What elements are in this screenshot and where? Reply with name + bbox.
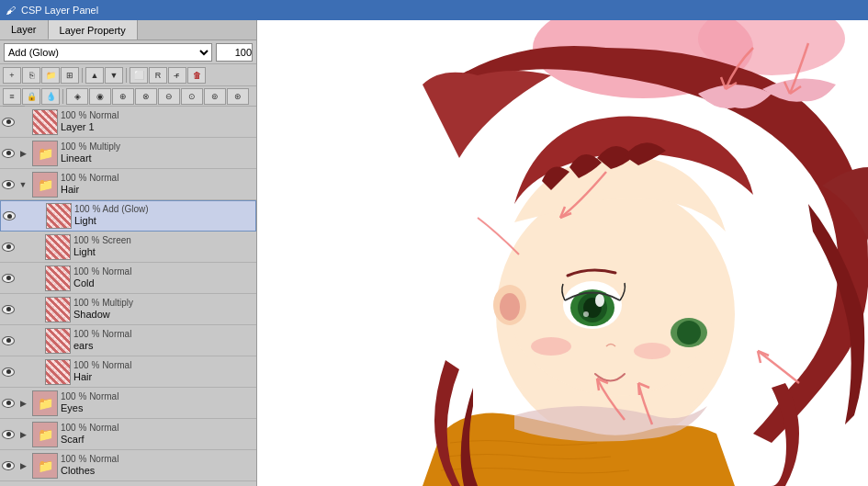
delete-btn[interactable]: 🗑 bbox=[187, 67, 206, 84]
eye-icon-lineart bbox=[2, 149, 15, 158]
btn-a4[interactable]: ◈ bbox=[66, 88, 88, 105]
paint-thumb bbox=[46, 298, 70, 322]
layer-info-shadow: 100 % Multiply Shadow bbox=[73, 298, 256, 321]
expand-toggle-hair[interactable]: ▼ bbox=[17, 180, 29, 189]
btn-a3[interactable]: 💧 bbox=[41, 88, 60, 105]
copy-layer-btn[interactable]: ⎘ bbox=[22, 67, 40, 84]
divider-1 bbox=[82, 68, 83, 83]
btn-a1[interactable]: ≡ bbox=[3, 88, 21, 105]
merge-btn[interactable]: ⊞ bbox=[61, 67, 79, 84]
visibility-toggle-cold[interactable] bbox=[0, 263, 17, 294]
blend-mode-select[interactable]: Add (Glow) bbox=[4, 43, 212, 62]
paint-thumb bbox=[46, 266, 70, 290]
eye-icon-scarf bbox=[2, 430, 15, 439]
layer-thumb-ears bbox=[45, 328, 71, 354]
btn-a11[interactable]: ⊛ bbox=[227, 88, 249, 105]
btn-a8[interactable]: ⊖ bbox=[158, 88, 180, 105]
layer-name-cold: Cold bbox=[73, 277, 256, 289]
layer-item-ears[interactable]: 100 % Normal ears bbox=[0, 325, 256, 356]
layer-thumb-hair: 📁 bbox=[32, 172, 58, 198]
svg-point-13 bbox=[677, 321, 701, 345]
visibility-toggle-shadow[interactable] bbox=[0, 294, 17, 325]
visibility-toggle-hair-base[interactable] bbox=[0, 356, 17, 388]
folder-thumb: 📁 bbox=[33, 423, 57, 446]
visibility-toggle-light-screen[interactable] bbox=[0, 232, 17, 263]
layer-thumb-cold bbox=[45, 266, 71, 291]
layer-blend-scarf: 100 % Normal bbox=[61, 423, 256, 434]
visibility-toggle-clothes[interactable] bbox=[0, 450, 17, 481]
btn-a9[interactable]: ⊙ bbox=[181, 88, 203, 105]
new-layer-btn[interactable]: + bbox=[3, 67, 21, 84]
opacity-input[interactable] bbox=[216, 43, 253, 62]
eye-icon-light-add bbox=[3, 211, 16, 220]
layer-name-hair-base: Hair bbox=[73, 371, 256, 383]
layer-item-lineart[interactable]: ▶ 📁 100 % Multiply Lineart bbox=[0, 138, 256, 169]
layer-item-cold[interactable]: 100 % Normal Cold bbox=[0, 263, 256, 294]
move-down-btn[interactable]: ▼ bbox=[105, 67, 123, 84]
layer-list: 100 % Normal Layer 1 ▶ 📁 100 % Multiply … bbox=[0, 107, 256, 486]
paint-thumb bbox=[46, 329, 70, 353]
expand-toggle-eyes[interactable]: ▶ bbox=[17, 399, 29, 408]
layer-info-light-screen: 100 % Screen Light bbox=[73, 235, 256, 258]
svg-point-14 bbox=[531, 337, 571, 356]
expand-toggle-scarf[interactable]: ▶ bbox=[17, 430, 29, 439]
folder-btn[interactable]: 📁 bbox=[41, 67, 60, 84]
layer-item-light-add[interactable]: 100 % Add (Glow) Light bbox=[0, 200, 256, 232]
eye-icon-ears bbox=[2, 336, 15, 345]
visibility-toggle-layer1[interactable] bbox=[0, 107, 17, 138]
layer-info-layer1: 100 % Normal Layer 1 bbox=[61, 110, 256, 133]
visibility-toggle-hair[interactable] bbox=[0, 169, 17, 200]
layer-name-scarf: Scarf bbox=[61, 434, 256, 446]
visibility-toggle-ears[interactable] bbox=[0, 325, 17, 356]
app-icon: 🖌 bbox=[6, 5, 16, 16]
eye-icon-cold bbox=[2, 274, 15, 283]
visibility-toggle-eyes[interactable] bbox=[0, 388, 17, 419]
layer-info-scarf: 100 % Normal Scarf bbox=[61, 423, 256, 446]
layer-item-hair[interactable]: ▼ 📁 100 % Normal Hair bbox=[0, 169, 256, 200]
paint-thumb bbox=[33, 110, 57, 134]
visibility-toggle-lineart[interactable] bbox=[0, 138, 17, 169]
folder-thumb: 📁 bbox=[33, 454, 57, 478]
expand-toggle-clothes[interactable]: ▶ bbox=[17, 461, 29, 470]
folder-thumb: 📁 bbox=[33, 141, 57, 165]
divider-2 bbox=[126, 68, 127, 83]
layer-name-lineart: Lineart bbox=[61, 153, 256, 164]
btn-a10[interactable]: ⊚ bbox=[204, 88, 226, 105]
layer-item-layer1[interactable]: 100 % Normal Layer 1 bbox=[0, 107, 256, 138]
tab-layer[interactable]: Layer bbox=[0, 20, 49, 40]
layer-info-eyes: 100 % Normal Eyes bbox=[61, 391, 256, 414]
layer-info-hair: 100 % Normal Hair bbox=[61, 173, 256, 196]
layer-thumb-light-add bbox=[46, 203, 72, 229]
clear-ref-btn[interactable]: r̶ bbox=[168, 67, 186, 84]
layer-blend-ears: 100 % Normal bbox=[73, 329, 256, 340]
layer-info-clothes: 100 % Normal Clothes bbox=[61, 454, 256, 477]
panel-tabs: Layer Layer Property bbox=[0, 20, 256, 40]
svg-point-10 bbox=[595, 294, 604, 307]
layer-item-shadow[interactable]: 100 % Multiply Shadow bbox=[0, 294, 256, 325]
layer-item-hair-base[interactable]: 100 % Normal Hair bbox=[0, 356, 256, 388]
layer-item-light-screen[interactable]: 100 % Screen Light bbox=[0, 232, 256, 263]
layer-blend-light-screen: 100 % Screen bbox=[73, 235, 256, 246]
visibility-toggle-scarf[interactable] bbox=[0, 419, 17, 450]
layer-item-eyes[interactable]: ▶ 📁 100 % Normal Eyes bbox=[0, 388, 256, 419]
btn-a2[interactable]: 🔒 bbox=[22, 88, 40, 105]
layer-thumb-hair-base bbox=[45, 359, 71, 385]
layer-item-scarf[interactable]: ▶ 📁 100 % Normal Scarf bbox=[0, 419, 256, 450]
ref-btn[interactable]: R bbox=[149, 67, 167, 84]
layer-name-layer1: Layer 1 bbox=[61, 121, 256, 133]
layer-thumb-clothes: 📁 bbox=[32, 453, 58, 479]
layer-item-clothes[interactable]: ▶ 📁 100 % Normal Clothes bbox=[0, 450, 256, 481]
btn-a7[interactable]: ⊗ bbox=[135, 88, 157, 105]
layer-thumb-scarf: 📁 bbox=[32, 422, 58, 447]
tab-property[interactable]: Layer Property bbox=[49, 20, 138, 40]
btn-a6[interactable]: ⊕ bbox=[112, 88, 134, 105]
canvas-svg bbox=[257, 20, 868, 486]
expand-toggle-lineart[interactable]: ▶ bbox=[17, 149, 29, 158]
move-up-btn[interactable]: ▲ bbox=[85, 67, 104, 84]
eye-icon-hair bbox=[2, 180, 15, 189]
visibility-toggle-light-add[interactable] bbox=[1, 200, 17, 232]
mask-btn[interactable]: ⬜ bbox=[130, 67, 148, 84]
layer-name-eyes: Eyes bbox=[61, 402, 256, 414]
btn-a5[interactable]: ◉ bbox=[89, 88, 111, 105]
eye-icon-eyes bbox=[2, 399, 15, 408]
